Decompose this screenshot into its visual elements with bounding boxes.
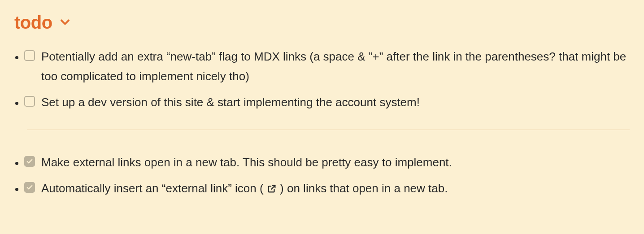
item-text: Potentially add an extra “new-tab” flag … bbox=[41, 50, 626, 83]
pending-list: Potentially add an extra “new-tab” flag … bbox=[24, 44, 630, 116]
list-item: Potentially add an extra “new-tab” flag … bbox=[24, 44, 630, 90]
checkbox-checked-icon[interactable] bbox=[24, 182, 35, 193]
list-item: Automatically insert an “external link” … bbox=[24, 176, 630, 202]
item-text: Set up a dev version of this site & star… bbox=[41, 95, 420, 109]
list-item: Set up a dev version of this site & star… bbox=[24, 90, 630, 116]
external-link-icon bbox=[267, 184, 277, 194]
item-text: Make external links open in a new tab. T… bbox=[41, 156, 452, 169]
checkbox-unchecked-icon[interactable] bbox=[24, 96, 35, 107]
list-item: Make external links open in a new tab. T… bbox=[24, 150, 630, 176]
item-text-after: ) on links that open in a new tab. bbox=[277, 182, 448, 195]
list-divider bbox=[27, 130, 630, 130]
checkbox-checked-icon[interactable] bbox=[24, 156, 35, 167]
item-text-before: Automatically insert an “external link” … bbox=[41, 182, 267, 195]
section-heading: todo bbox=[14, 13, 52, 31]
done-list: Make external links open in a new tab. T… bbox=[24, 150, 630, 202]
section-heading-row: todo bbox=[14, 13, 630, 31]
item-text: Automatically insert an “external link” … bbox=[41, 182, 448, 195]
checkbox-unchecked-icon[interactable] bbox=[24, 50, 35, 61]
chevron-down-icon[interactable] bbox=[59, 16, 71, 29]
